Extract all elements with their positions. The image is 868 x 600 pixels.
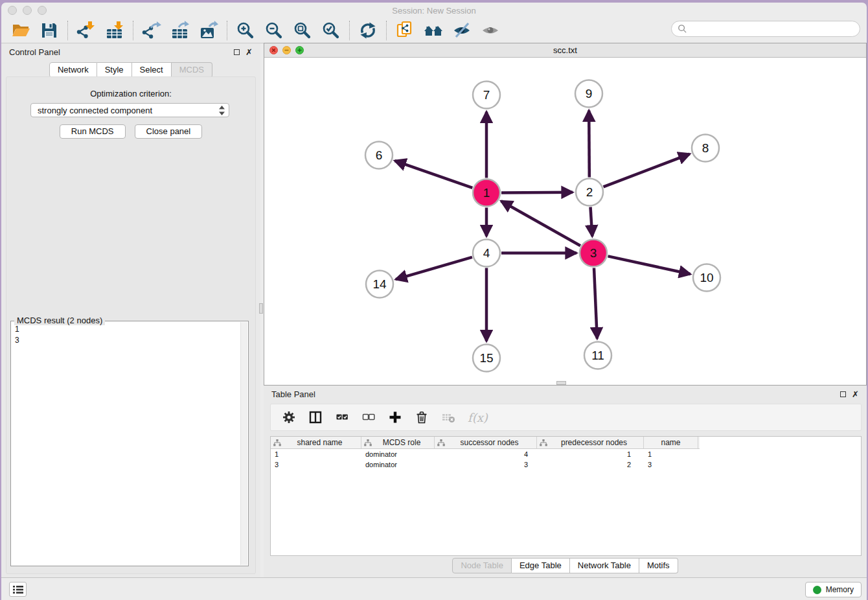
tab-mcds[interactable]: MCDS <box>172 62 212 78</box>
node-14[interactable]: 14 <box>366 271 393 298</box>
close-panel-icon[interactable]: ✗ <box>852 391 859 398</box>
add-column-button[interactable] <box>388 410 402 424</box>
edge-2-3[interactable] <box>591 207 593 237</box>
toolbar-separator <box>133 21 133 40</box>
tab-select[interactable]: Select <box>132 62 172 78</box>
search-input[interactable] <box>691 24 854 34</box>
tab-node-table[interactable]: Node Table <box>452 558 512 573</box>
column-view-icon <box>308 410 323 424</box>
import-network-button[interactable] <box>72 19 100 41</box>
network-graph[interactable]: 7968124314101511 <box>264 58 866 385</box>
select-all-button[interactable] <box>335 410 349 424</box>
network-canvas[interactable]: 7968124314101511 <box>264 58 866 385</box>
network-window-title: scc.txt <box>264 43 866 57</box>
tab-style[interactable]: Style <box>97 62 132 78</box>
function-builder-button[interactable]: f(x) <box>468 411 488 424</box>
column-header-shared-name[interactable]: shared name <box>271 437 361 448</box>
zoom-fit-button[interactable] <box>288 19 317 41</box>
node-1[interactable]: 1 <box>473 179 500 207</box>
node-2[interactable]: 2 <box>576 179 603 206</box>
close-panel-button[interactable]: Close panel <box>135 124 203 139</box>
column-type-icon <box>540 439 547 446</box>
search-icon <box>678 24 687 34</box>
delete-columns-button[interactable] <box>415 410 429 424</box>
mcds-result-item: 3 <box>15 335 238 346</box>
node-9[interactable]: 9 <box>575 80 602 108</box>
tab-edge-table[interactable]: Edge Table <box>512 558 570 573</box>
edge-4-14[interactable] <box>396 257 472 279</box>
search-box[interactable] <box>671 21 860 37</box>
hide-selected-button[interactable] <box>448 19 476 41</box>
node-3[interactable]: 3 <box>580 240 607 267</box>
column-header-successor-nodes[interactable]: successor nodes <box>435 437 537 448</box>
table-header-row: shared nameMCDS rolesuccessor nodesprede… <box>271 437 700 449</box>
export-table-button[interactable] <box>166 19 194 41</box>
table-panel-title: Table Panel <box>271 389 315 399</box>
task-history-button[interactable] <box>9 582 27 597</box>
memory-button[interactable]: Memory <box>805 582 862 597</box>
close-panel-icon[interactable]: ✗ <box>246 49 253 56</box>
show-all-button[interactable] <box>476 19 505 41</box>
export-network-button[interactable] <box>137 19 166 41</box>
edge-1-2[interactable] <box>501 192 573 193</box>
node-8[interactable]: 8 <box>692 135 719 162</box>
criterion-select[interactable]: strongly connected component <box>30 103 229 117</box>
table-cell: 1 <box>537 449 644 459</box>
tab-network[interactable]: Network <box>49 62 97 78</box>
edge-2-8[interactable] <box>604 154 690 187</box>
mcds-result-scrollbar[interactable] <box>240 322 247 565</box>
zoom-in-button[interactable] <box>231 19 260 41</box>
horizontal-splitter-grip[interactable] <box>556 381 566 385</box>
edge-2-9[interactable] <box>589 111 589 178</box>
column-header-name[interactable]: name <box>644 437 698 448</box>
export-image-button[interactable] <box>194 19 223 41</box>
new-network-from-selection-button[interactable] <box>391 19 419 41</box>
column-type-icon <box>364 439 372 446</box>
column-view-button[interactable] <box>308 410 323 424</box>
node-11[interactable]: 11 <box>584 342 611 369</box>
node-table: shared nameMCDS rolesuccessor nodesprede… <box>270 436 862 556</box>
home-layout-button[interactable] <box>419 19 448 41</box>
delete-table-button[interactable] <box>441 410 455 424</box>
edge-1-6[interactable] <box>395 161 473 188</box>
node-6[interactable]: 6 <box>365 142 393 169</box>
maximize-icon[interactable] <box>295 46 304 54</box>
node-7[interactable]: 7 <box>473 82 500 109</box>
open-session-button[interactable] <box>6 19 35 41</box>
node-10[interactable]: 10 <box>693 264 720 292</box>
home-layout-icon <box>424 21 443 40</box>
zoom-out-button[interactable] <box>260 19 288 41</box>
add-column-icon <box>388 410 402 424</box>
delete-table-icon <box>441 410 455 424</box>
float-panel-icon[interactable] <box>840 391 846 397</box>
edge-3-1[interactable] <box>501 201 580 246</box>
zoom-selected-button[interactable] <box>317 19 345 41</box>
node-15[interactable]: 15 <box>473 345 500 372</box>
tab-motifs[interactable]: Motifs <box>639 558 678 573</box>
table-panel-tabs: Node TableEdge TableNetwork TableMotifs <box>264 558 867 573</box>
deselect-all-icon <box>361 410 376 424</box>
control-panel: Control Panel ✗ NetworkStyleSelectMCDS O… <box>1 43 260 577</box>
table-row[interactable]: 1dominator411 <box>271 449 861 459</box>
edge-3-10[interactable] <box>608 256 691 274</box>
mcds-result-item: 1 <box>15 324 238 335</box>
tab-network-table[interactable]: Network Table <box>570 558 639 573</box>
table-row[interactable]: 3dominator323 <box>271 459 861 470</box>
column-header-mcds-role[interactable]: MCDS role <box>361 437 435 448</box>
close-icon[interactable] <box>269 46 278 54</box>
minimize-icon[interactable] <box>282 46 291 54</box>
node-4[interactable]: 4 <box>473 240 500 267</box>
deselect-all-button[interactable] <box>361 410 376 424</box>
column-header-predecessor-nodes[interactable]: predecessor nodes <box>537 437 644 448</box>
export-network-icon <box>142 21 161 40</box>
run-mcds-button[interactable]: Run MCDS <box>60 124 126 139</box>
save-session-button[interactable] <box>35 19 63 41</box>
table-cell: dominator <box>361 449 435 459</box>
gear-button[interactable] <box>282 410 296 424</box>
import-table-button[interactable] <box>100 19 129 41</box>
vertical-splitter-grip[interactable] <box>259 303 263 314</box>
float-panel-icon[interactable] <box>234 49 240 55</box>
edge-3-11[interactable] <box>594 268 597 339</box>
mcds-result-list: 13 <box>15 324 238 564</box>
refresh-layout-button[interactable] <box>354 19 382 41</box>
